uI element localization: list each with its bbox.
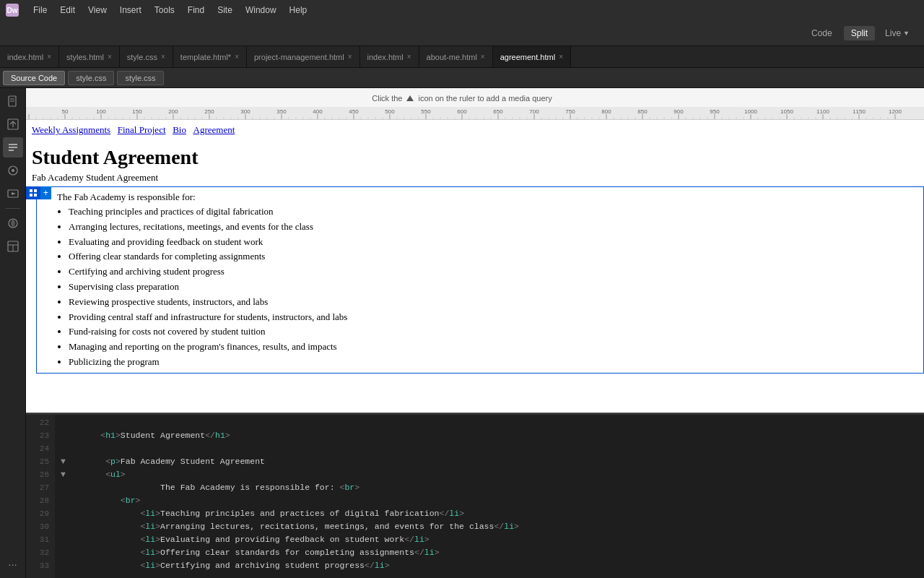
svg-text:200: 200 (168, 108, 178, 115)
list-item: Supervising class preparation (69, 280, 918, 295)
live-view-button[interactable]: Live ▼ (879, 26, 915, 40)
svg-text:700: 700 (529, 108, 539, 115)
svg-text:750: 750 (565, 108, 575, 115)
ruler-hint-suffix: icon on the ruler to add a media query (418, 94, 552, 103)
menu-help[interactable]: Help (284, 4, 313, 17)
sidebar-icon-align[interactable] (3, 137, 23, 158)
code-line-26: ▼ <ul> (61, 468, 924, 481)
menu-edit[interactable]: Edit (54, 4, 81, 17)
code-line-33: <li>Certifying and archiving student pro… (61, 559, 924, 572)
code-content[interactable]: <h1>Student Agreement</h1> ▼ <p>Fab Acad… (55, 415, 924, 578)
menu-find[interactable]: Find (182, 4, 210, 17)
tab-about-me[interactable]: about-me.html × (419, 46, 493, 68)
svg-text:300: 300 (240, 108, 250, 115)
svg-text:450: 450 (349, 108, 359, 115)
split-view-button[interactable]: Split (844, 26, 875, 40)
sidebar-icon-media[interactable] (3, 184, 23, 204)
list-item: Providing central staff and infrastructu… (69, 310, 918, 325)
sidebar-icon-file[interactable] (3, 91, 23, 111)
menu-window[interactable]: Window (240, 4, 282, 17)
svg-text:800: 800 (601, 108, 611, 115)
close-tab-icon[interactable]: × (481, 53, 485, 61)
nav-link-agreement[interactable]: Agreement (193, 124, 235, 135)
list-item: Certifying and archiving student progres… (69, 264, 918, 280)
svg-text:500: 500 (385, 108, 395, 115)
nav-link-weekly[interactable]: Weekly Assignments (32, 124, 110, 135)
sidebar-icon-more[interactable]: ··· (3, 553, 23, 574)
list-item: Publicizing the program (69, 355, 918, 370)
svg-rect-164 (34, 189, 37, 192)
menu-view[interactable]: View (82, 4, 113, 17)
svg-text:550: 550 (421, 108, 431, 115)
tab-index-html-1[interactable]: index.html × (0, 46, 59, 68)
live-dropdown-icon[interactable]: ▼ (903, 30, 910, 37)
tab-index-html-2[interactable]: index.html × (360, 46, 419, 68)
sidebar-icon-upload[interactable] (3, 114, 23, 134)
code-view[interactable]: 22 23 24 25 26 27 28 29 30 31 32 33 <h1>… (26, 413, 924, 578)
tab-agreement[interactable]: agreement.html × (493, 46, 571, 68)
design-view: Weekly Assignments Final Project Bio Agr… (26, 120, 924, 413)
close-tab-icon[interactable]: × (559, 53, 563, 61)
svg-text:150: 150 (132, 108, 142, 115)
ruler-hint-bar: Click the icon on the ruler to add a med… (0, 88, 924, 108)
tab-project-management[interactable]: project-management.html × (247, 46, 360, 68)
svg-point-10 (12, 169, 14, 172)
sidebar-separator (6, 208, 20, 209)
design-paragraph: Fab Academy Student Agreement (26, 172, 924, 186)
svg-text:350: 350 (276, 108, 287, 115)
tab-styles-html[interactable]: styles.html × (59, 46, 120, 68)
list-item: Fund-raising for costs not covered by st… (69, 324, 918, 340)
svg-rect-165 (30, 194, 32, 197)
nav-link-final[interactable]: Final Project (118, 124, 166, 135)
svg-text:400: 400 (313, 108, 323, 115)
code-line-24 (61, 442, 924, 455)
list-item: Arranging lectures, recitations, meeting… (69, 220, 918, 235)
sidebar-icon-templates[interactable] (3, 236, 23, 256)
ruler-triangle-icon (405, 93, 415, 103)
close-tab-icon[interactable]: × (108, 53, 112, 61)
svg-marker-12 (12, 192, 16, 195)
code-line-27: The Fab Academy is responsible for: <br> (61, 481, 924, 494)
svg-marker-0 (406, 95, 414, 101)
svg-text:1100: 1100 (816, 108, 829, 115)
subtab-style-css-2[interactable]: style.css (117, 71, 163, 85)
app-icon: Dw (6, 4, 19, 17)
menu-tools[interactable]: Tools (149, 4, 180, 17)
title-bar: Dw File Edit View Insert Tools Find Site… (0, 0, 924, 20)
code-view-button[interactable]: Code (804, 26, 840, 40)
close-tab-icon[interactable]: × (348, 53, 352, 61)
menu-insert[interactable]: Insert (114, 4, 147, 17)
design-heading: Student Agreement (26, 140, 924, 172)
close-tab-icon[interactable]: × (47, 53, 51, 61)
svg-text:950: 950 (710, 108, 720, 115)
menu-bar: File Edit View Insert Tools Find Site Wi… (27, 4, 313, 17)
code-line-25: ▼ <p>Fab Academy Student Agreement (61, 455, 924, 468)
subtab-style-css-1[interactable]: style.css (68, 71, 114, 85)
tab-style-css[interactable]: style.css × (120, 46, 173, 68)
list-item: Offering clear standards for completing … (69, 249, 918, 264)
tab-template-html[interactable]: template.html* × (173, 46, 247, 68)
design-list: Teaching principles and practices of dig… (43, 204, 918, 370)
menu-site[interactable]: Site (212, 4, 238, 17)
code-line-22 (61, 416, 924, 429)
sidebar-icon-color[interactable] (3, 213, 23, 233)
sidebar-icon-css[interactable] (3, 160, 23, 181)
menu-file[interactable]: File (27, 4, 53, 17)
block-add-button[interactable]: + (40, 186, 51, 199)
nav-link-bio[interactable]: Bio (173, 124, 186, 135)
svg-text:250: 250 (204, 108, 214, 115)
svg-text:1050: 1050 (780, 108, 793, 115)
svg-text:650: 650 (493, 108, 503, 115)
close-tab-icon[interactable]: × (407, 53, 411, 61)
code-line-28: <br> (61, 494, 924, 507)
view-toolbar: Code Split Live ▼ (0, 20, 924, 46)
svg-text:1000: 1000 (744, 108, 757, 115)
close-tab-icon[interactable]: × (235, 53, 239, 61)
svg-text:50: 50 (62, 108, 69, 115)
subtab-source-code[interactable]: Source Code (3, 71, 65, 85)
svg-rect-163 (30, 189, 32, 192)
ruler: 5010015020025030035040045050055060065070… (26, 107, 924, 120)
svg-rect-166 (34, 194, 37, 197)
svg-text:850: 850 (637, 108, 648, 115)
close-tab-icon[interactable]: × (161, 53, 165, 61)
